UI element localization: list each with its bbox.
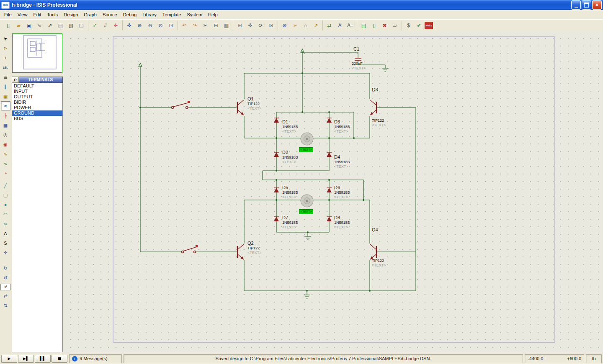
2d-circle-icon: ● [4, 202, 7, 207]
junction-dot-mode-icon[interactable]: + [1, 53, 10, 62]
pick-parts-icon[interactable]: ⊛ [280, 21, 289, 31]
rotation-angle-field[interactable]: 0° [0, 284, 10, 290]
print-design-icon[interactable]: ▤ [56, 21, 65, 31]
menu-graph[interactable]: Graph [81, 11, 100, 18]
open-design-icon[interactable]: ▰ [14, 21, 23, 31]
search-tag-icon[interactable]: A [335, 21, 345, 31]
play-button[interactable]: ▶ [1, 355, 17, 363]
wire-label-mode-icon[interactable]: LBL [1, 63, 10, 72]
save-design-icon[interactable]: ▣ [24, 21, 34, 31]
print-preview-icon[interactable]: ▢ [77, 21, 86, 31]
buses-mode-icon[interactable]: ∥ [1, 82, 10, 91]
2d-text-icon[interactable]: A [1, 229, 10, 238]
paste-icon[interactable]: ▥ [222, 21, 231, 31]
2d-path-icon[interactable]: ∞ [1, 219, 10, 228]
stop-button[interactable]: ■ [52, 355, 67, 363]
block-rotate-icon[interactable]: ⟳ [256, 21, 265, 31]
terminal-item-ground[interactable]: GROUND [12, 110, 62, 116]
terminal-item-default[interactable]: DEFAULT [12, 83, 62, 89]
menu-tools[interactable]: Tools [44, 11, 61, 18]
isis-window: ISIS h-bridge - ISIS Professional × File… [0, 0, 603, 364]
device-pins-mode-icon[interactable]: ╞ [1, 111, 10, 120]
maximize-button[interactable] [582, 0, 591, 10]
redraw-display-icon[interactable]: ✓ [90, 21, 100, 31]
copy-icon[interactable]: ⊞ [211, 21, 221, 31]
wire-autorouter-icon[interactable]: ⇄ [325, 21, 334, 31]
menu-edit[interactable]: Edit [30, 11, 44, 18]
new-sheet-icon[interactable]: ▯ [369, 21, 379, 31]
terminal-item-bidir[interactable]: BIDIR [12, 100, 62, 105]
netlist-to-ares-icon[interactable]: ARES [425, 22, 433, 29]
component-mode-icon[interactable]: ⊳ [1, 44, 10, 53]
subcircuit-mode-icon[interactable]: ▣ [1, 92, 10, 101]
close-button[interactable]: × [592, 0, 602, 10]
decompose-icon[interactable]: ↗ [311, 21, 321, 31]
block-move-icon[interactable]: ✜ [245, 21, 255, 31]
overview-window[interactable] [12, 33, 62, 73]
design-explorer-icon[interactable]: ▤ [359, 21, 368, 31]
property-assignment-icon[interactable]: A= [345, 21, 355, 31]
graph-glyph: ▦ [3, 123, 8, 128]
rotate-anticlockwise-icon[interactable]: ↺ [1, 273, 10, 282]
bill-of-materials-icon[interactable]: $ [404, 21, 413, 31]
block-copy-icon[interactable]: ⊞ [235, 21, 245, 31]
packaging-tool-icon[interactable]: ⌂ [301, 21, 310, 31]
new-design-icon[interactable]: ▯ [3, 21, 13, 31]
terminals-mode-icon[interactable]: ⊲ [1, 101, 10, 110]
zoom-out-icon[interactable]: ⊖ [145, 21, 155, 31]
electrical-rule-check-icon[interactable]: ✔ [414, 21, 424, 31]
goto-sheet-icon[interactable]: ▱ [390, 21, 400, 31]
undo-icon[interactable]: ↶ [180, 21, 189, 31]
menu-system[interactable]: System [184, 11, 205, 18]
terminal-item-bus[interactable]: BUS [12, 116, 62, 121]
terminal-item-input[interactable]: INPUT [12, 89, 62, 94]
menu-design[interactable]: Design [61, 11, 81, 18]
export-section-icon[interactable]: ⇗ [45, 21, 55, 31]
redo-icon[interactable]: ↷ [190, 21, 200, 31]
pan-icon[interactable]: ✜ [124, 21, 134, 31]
graph-mode-icon[interactable]: ▦ [1, 120, 10, 130]
2d-circle-icon[interactable]: ● [1, 200, 10, 209]
mark-output-area-icon[interactable]: ▧ [66, 21, 76, 31]
virtual-instruments-mode-icon[interactable]: ◔ [1, 169, 10, 178]
generator-mode-icon[interactable]: ◉ [1, 140, 10, 149]
menu-debug[interactable]: Debug [120, 11, 139, 18]
message-panel[interactable]: 9 Message(s) [69, 354, 122, 363]
menu-template[interactable]: Template [160, 11, 184, 18]
2d-arc-icon[interactable]: ◠ [1, 210, 10, 219]
zoom-area-icon[interactable]: ⊡ [166, 21, 176, 31]
menu-source[interactable]: Source [100, 11, 120, 18]
mirror-vertical-icon[interactable]: ⇅ [1, 301, 10, 310]
menu-file[interactable]: File [1, 11, 15, 18]
text-script-mode-icon[interactable]: ≣ [1, 72, 10, 82]
block-delete-icon[interactable]: ⊠ [266, 21, 276, 31]
zoom-all-icon[interactable]: ⊙ [156, 21, 165, 31]
make-device-icon[interactable]: ➢ [290, 21, 300, 31]
rotate-clockwise-icon[interactable]: ↻ [1, 264, 10, 273]
editing-canvas[interactable]: Q1TIP122<TEXT>Q3TIP122<TEXT>Q2TIP122<TEX… [64, 31, 603, 353]
terminal-item-power[interactable]: POWER [12, 105, 62, 110]
import-section-icon[interactable]: ⇘ [35, 21, 44, 31]
pick-devices-button[interactable]: P [12, 77, 19, 83]
terminal-item-output[interactable]: OUTPUT [12, 94, 62, 100]
toggle-grid-icon[interactable]: # [100, 21, 110, 31]
mirror-horizontal-icon[interactable]: ⇄ [1, 291, 10, 300]
tape-recorder-mode-icon[interactable]: ◎ [1, 130, 10, 139]
2d-box-icon[interactable]: ▢ [1, 190, 10, 200]
pause-button[interactable]: ▌▌ [35, 355, 51, 363]
current-probe-mode-icon[interactable]: ∿ [1, 159, 10, 168]
remove-sheet-icon[interactable]: ✖ [380, 21, 389, 31]
menu-help[interactable]: Help [205, 11, 221, 18]
2d-marker-icon[interactable]: ✛ [1, 248, 10, 257]
menu-view[interactable]: View [15, 11, 31, 18]
step-button[interactable]: ▶▌ [18, 355, 34, 363]
2d-symbol-icon[interactable]: S [1, 238, 10, 248]
menu-library[interactable]: Library [139, 11, 160, 18]
2d-line-icon[interactable]: ╱ [1, 181, 10, 190]
toggle-false-origin-icon[interactable]: ✛ [111, 21, 121, 31]
minimize-button[interactable] [571, 0, 581, 10]
zoom-in-icon[interactable]: ⊕ [135, 21, 144, 31]
selection-mode-icon[interactable]: ➤ [1, 34, 10, 43]
voltage-probe-mode-icon[interactable]: ∿ [1, 149, 10, 159]
cut-icon[interactable]: ✂ [201, 21, 210, 31]
